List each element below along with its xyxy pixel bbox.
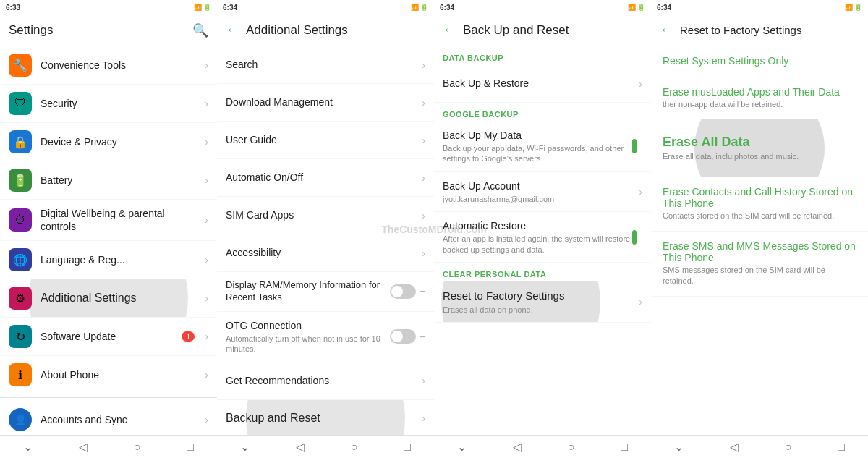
nav-down-2[interactable]: ⌄ <box>240 440 250 454</box>
settings-item-language[interactable]: 🌐 Language & Reg... › <box>0 241 217 279</box>
settings-item-battery[interactable]: 🔋 Battery › <box>0 161 217 200</box>
backup-my-data-title: Back Up My Data <box>443 129 632 142</box>
digital-wellbeing-content: Digital Wellbeing & parental controls <box>41 207 199 233</box>
chevron-user-guide: › <box>422 135 425 146</box>
software-update-badge: 1 <box>182 331 195 342</box>
settings-item-device-privacy[interactable]: 🔒 Device & Privacy › <box>0 123 217 161</box>
additional-user-guide[interactable]: User Guide › <box>217 122 434 159</box>
backup-account-item[interactable]: Back Up Account jyoti.karunasharma@gmail… <box>434 172 651 212</box>
convenience-tools-icon: 🔧 <box>9 54 32 77</box>
back-button-3[interactable]: ← <box>443 22 456 38</box>
nav-home-1[interactable]: ○ <box>134 441 141 454</box>
nav-recent-1[interactable]: □ <box>187 441 194 454</box>
nav-back-2[interactable]: ◁ <box>296 440 305 454</box>
section-data-backup: DATA BACKUP <box>434 46 651 65</box>
screen-reset-factory: 6:34 📶🔋 ← Reset to Factory Settings Rese… <box>651 0 868 458</box>
erase-sms-option[interactable]: Erase SMS and MMS Messages Stored on Thi… <box>651 232 868 297</box>
settings-item-software-update[interactable]: ↻ Software Update 1 › <box>0 318 217 356</box>
erase-all-data-title: Erase All Data <box>663 135 856 150</box>
digital-wellbeing-icon: ⏱ <box>9 208 32 232</box>
additional-accessibility[interactable]: Accessibility › <box>217 234 434 272</box>
digital-wellbeing-title: Digital Wellbeing & parental controls <box>41 207 199 233</box>
nav-home-2[interactable]: ○ <box>351 441 358 454</box>
additional-sim-card[interactable]: SIM Card Apps › <box>217 197 434 234</box>
settings-item-security[interactable]: 🛡 Security › <box>0 85 217 123</box>
chevron-accessibility: › <box>422 247 425 259</box>
erase-sms-title: Erase SMS and MMS Messages Stored on Thi… <box>663 240 856 263</box>
settings-item-about-phone[interactable]: ℹ About Phone › <box>0 356 217 394</box>
additional-otg[interactable]: OTG Connection Automatically turn off wh… <box>217 312 434 362</box>
settings-item-additional-settings[interactable]: ⚙ Additional Settings › <box>0 279 217 318</box>
settings-list-1: 🔧 Convenience Tools › 🛡 Security › 🔒 Dev… <box>0 46 217 435</box>
status-bar-2: 6:34 📶🔋 <box>217 0 434 14</box>
back-button-4[interactable]: ← <box>660 22 673 38</box>
nav-back-4[interactable]: ◁ <box>730 440 739 454</box>
language-title: Language & Reg... <box>41 253 199 266</box>
backup-account-title: Back Up Account <box>443 179 633 192</box>
reset-factory-list: Reset System Settings Only Erase musLoad… <box>651 46 868 435</box>
erase-sideloaded-option[interactable]: Erase musLoaded Apps and Their Data ther… <box>651 77 868 119</box>
automatic-restore-subtitle: After an app is installed again, the sys… <box>443 234 632 255</box>
display-ram-toggle[interactable] <box>390 284 416 299</box>
backup-restore-title: Back Up & Restore <box>443 77 633 90</box>
nav-down-3[interactable]: ⌄ <box>457 440 467 454</box>
accounts-sync-icon: 👤 <box>9 408 32 431</box>
settings-item-digital-wellbeing[interactable]: ⏱ Digital Wellbeing & parental controls … <box>0 200 217 241</box>
automatic-restore-indicator <box>632 230 637 245</box>
chevron-digital-wellbeing: › <box>205 214 208 226</box>
header-4: ← Reset to Factory Settings <box>651 14 868 46</box>
otg-title: OTG Connection <box>226 319 390 332</box>
additional-get-recommendations[interactable]: Get Recommendations › <box>217 362 434 400</box>
chevron-convenience-tools: › <box>205 59 208 71</box>
time-3: 6:34 <box>440 4 454 12</box>
chevron-backup-restore: › <box>639 78 642 90</box>
nav-down-1[interactable]: ⌄ <box>23 440 33 454</box>
nav-recent-4[interactable]: □ <box>838 441 845 454</box>
additional-download-mgmt[interactable]: Download Management › <box>217 84 434 122</box>
settings-item-convenience-tools[interactable]: 🔧 Convenience Tools › <box>0 46 217 85</box>
additional-display-ram[interactable]: Display RAM/Memory Information for Recen… <box>217 272 434 312</box>
chevron-sim-card: › <box>422 210 425 221</box>
nav-back-1[interactable]: ◁ <box>79 440 88 454</box>
backup-account-subtitle: jyoti.karunasharma@gmail.com <box>443 194 633 204</box>
back-button-2[interactable]: ← <box>226 22 239 38</box>
reset-system-only-option[interactable]: Reset System Settings Only <box>651 46 868 77</box>
additional-search[interactable]: Search › <box>217 46 434 84</box>
time-2: 6:34 <box>223 4 237 12</box>
battery-icon: 🔋 <box>9 169 32 192</box>
nav-home-3[interactable]: ○ <box>568 441 575 454</box>
nav-down-4[interactable]: ⌄ <box>674 440 684 454</box>
nav-back-3[interactable]: ◁ <box>513 440 522 454</box>
header-title-3: Back Up and Reset <box>463 23 642 38</box>
erase-contacts-title: Erase Contacts and Call History Stored o… <box>663 186 856 209</box>
automatic-restore-item[interactable]: Automatic Restore After an app is instal… <box>434 212 651 263</box>
backup-my-data-item[interactable]: Back Up My Data Back up your app data, W… <box>434 122 651 172</box>
about-phone-icon: ℹ <box>9 363 32 386</box>
reset-system-only-title: Reset System Settings Only <box>663 55 856 67</box>
chevron-auto-onoff: › <box>422 172 425 184</box>
reset-factory-item[interactable]: Reset to Factory Settings Erases all dat… <box>434 281 651 323</box>
nav-recent-2[interactable]: □ <box>404 441 411 454</box>
search-icon-1[interactable]: 🔍 <box>192 22 208 38</box>
backup-restore-item[interactable]: Back Up & Restore › <box>434 65 651 103</box>
accounts-sync-title: Accounts and Sync <box>41 413 199 426</box>
erase-sideloaded-desc: ther non-app data will be retained. <box>663 99 856 110</box>
nav-recent-3[interactable]: □ <box>621 441 628 454</box>
about-phone-title: About Phone <box>41 368 199 381</box>
erase-all-data-option[interactable]: Erase All Data Erase all data, inclu pho… <box>651 119 868 177</box>
otg-toggle[interactable] <box>390 329 416 344</box>
security-content: Security <box>41 97 199 110</box>
settings-item-accounts-sync[interactable]: 👤 Accounts and Sync › <box>0 401 217 435</box>
additional-backup-reset[interactable]: Backup and Reset › <box>217 400 434 435</box>
erase-contacts-option[interactable]: Erase Contacts and Call History Stored o… <box>651 177 868 231</box>
convenience-tools-content: Convenience Tools <box>41 59 199 72</box>
status-bar-3: 6:34 📶🔋 <box>434 0 651 14</box>
chevron-reset-factory: › <box>639 296 642 308</box>
additional-auto-onoff[interactable]: Automatic On/Off › <box>217 159 434 197</box>
chevron-search-add: › <box>422 59 425 71</box>
nav-home-4[interactable]: ○ <box>785 441 792 454</box>
accessibility-title: Accessibility <box>226 246 416 259</box>
display-ram-title: Display RAM/Memory Information for Recen… <box>226 279 390 304</box>
header-3: ← Back Up and Reset <box>434 14 651 46</box>
backup-reset-list: DATA BACKUP Back Up & Restore › GOOGLE B… <box>434 46 651 435</box>
